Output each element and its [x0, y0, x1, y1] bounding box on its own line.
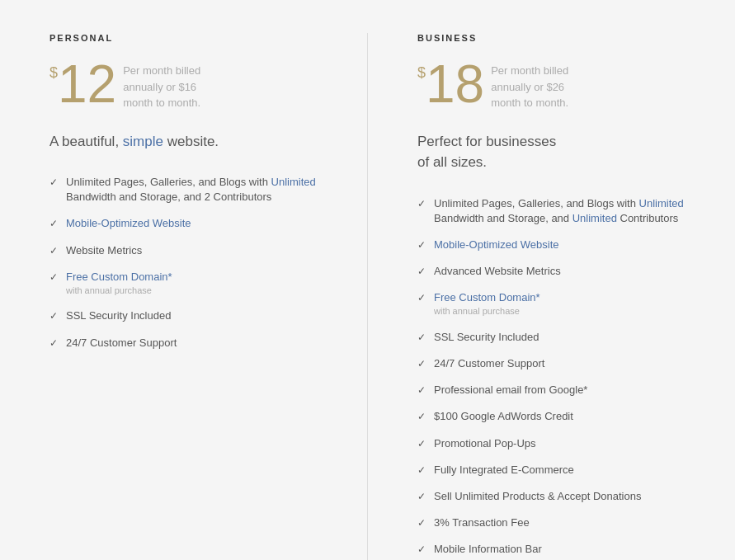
list-item: ✓ Website Metrics: [49, 243, 334, 258]
feature-sub-text: with annual purchase: [66, 285, 334, 297]
business-price-row: $ 18 Per month billed annually or $26 mo…: [417, 58, 702, 111]
personal-price-amount: 12: [58, 58, 116, 111]
list-item: ✓ Mobile Information Bar: [417, 542, 702, 557]
list-item: ✓ 24/7 Customer Support: [417, 356, 702, 371]
feature-text: Sell Unlimited Products & Accept Donatio…: [434, 489, 702, 504]
check-icon: ✓: [417, 357, 426, 371]
feature-text: SSL Security Included: [434, 330, 702, 345]
list-item: ✓ Mobile-Optimized Website: [417, 238, 702, 252]
feature-text: Unlimited Pages, Galleries, and Blogs wi…: [434, 196, 702, 226]
check-icon: ✓: [417, 543, 426, 557]
feature-text: Website Metrics: [66, 243, 334, 258]
business-price-symbol: $: [417, 64, 426, 82]
feature-text: 24/7 Customer Support: [434, 356, 702, 371]
check-icon: ✓: [417, 410, 426, 424]
list-item: ✓ Promotional Pop-Ups: [417, 436, 702, 451]
feature-text: Free Custom Domain* with annual purchase: [66, 270, 334, 298]
list-item: ✓ Fully Integrated E-Commerce: [417, 463, 702, 478]
business-tagline: Perfect for businessesof all sizes.: [417, 131, 702, 173]
feature-text: Mobile Information Bar: [434, 542, 702, 557]
feature-link[interactable]: Unlimited: [271, 176, 316, 188]
list-item: ✓ Unlimited Pages, Galleries, and Blogs …: [49, 175, 334, 205]
check-icon: ✓: [49, 271, 58, 285]
check-icon: ✓: [417, 265, 426, 279]
personal-features-list: ✓ Unlimited Pages, Galleries, and Blogs …: [49, 175, 334, 351]
feature-link[interactable]: Unlimited: [572, 212, 617, 224]
business-price-description: Per month billed annually or $26 month t…: [491, 63, 568, 111]
personal-tagline-link[interactable]: simple: [123, 134, 163, 149]
business-plan-name: BUSINESS: [417, 33, 702, 43]
check-icon: ✓: [49, 336, 58, 351]
check-icon: ✓: [417, 516, 426, 530]
list-item: ✓ $100 Google AdWords Credit: [417, 409, 702, 424]
business-price-amount: 18: [426, 58, 484, 111]
feature-text: 24/7 Customer Support: [66, 336, 334, 351]
feature-text: Mobile-Optimized Website: [434, 238, 702, 252]
check-icon: ✓: [417, 331, 426, 345]
feature-text: Mobile-Optimized Website: [66, 216, 334, 231]
feature-link[interactable]: Free Custom Domain*: [66, 271, 172, 283]
personal-price-description: Per month billed annually or $16 month t…: [123, 63, 200, 111]
check-icon: ✓: [417, 238, 426, 252]
list-item: ✓ Advanced Website Metrics: [417, 264, 702, 279]
feature-text: SSL Security Included: [66, 308, 334, 323]
business-plan: BUSINESS $ 18 Per month billed annually …: [368, 16, 735, 560]
feature-text: Professional email from Google*: [434, 383, 702, 398]
feature-text: Fully Integrated E-Commerce: [434, 463, 702, 478]
list-item: ✓ Professional email from Google*: [417, 383, 702, 398]
plans-container: PERSONAL $ 12 Per month billed annually …: [0, 0, 735, 560]
check-icon: ✓: [49, 309, 58, 323]
personal-tagline: A beautiful, simple website.: [49, 131, 334, 153]
check-icon: ✓: [49, 176, 58, 190]
check-icon: ✓: [417, 197, 426, 211]
check-icon: ✓: [417, 464, 426, 478]
feature-text: Unlimited Pages, Galleries, and Blogs wi…: [66, 175, 334, 205]
feature-sub-text: with annual purchase: [434, 305, 702, 318]
feature-text: Free Custom Domain* with annual purchase: [434, 290, 702, 318]
feature-link[interactable]: Mobile-Optimized Website: [66, 217, 191, 229]
list-item: ✓ SSL Security Included: [49, 308, 334, 323]
list-item: ✓ Unlimited Pages, Galleries, and Blogs …: [417, 196, 702, 226]
personal-plan: PERSONAL $ 12 Per month billed annually …: [0, 16, 367, 560]
check-icon: ✓: [417, 490, 426, 504]
feature-text: Advanced Website Metrics: [434, 264, 702, 279]
list-item: ✓ Sell Unlimited Products & Accept Donat…: [417, 489, 702, 504]
check-icon: ✓: [417, 437, 426, 451]
personal-plan-name: PERSONAL: [49, 33, 334, 43]
business-features-list: ✓ Unlimited Pages, Galleries, and Blogs …: [417, 196, 702, 558]
feature-link[interactable]: Mobile-Optimized Website: [434, 238, 558, 251]
check-icon: ✓: [49, 244, 58, 258]
feature-text: $100 Google AdWords Credit: [434, 409, 702, 424]
check-icon: ✓: [417, 384, 426, 398]
check-icon: ✓: [417, 291, 426, 305]
feature-text: Promotional Pop-Ups: [434, 436, 702, 451]
list-item: ✓ 24/7 Customer Support: [49, 336, 334, 351]
personal-price-symbol: $: [49, 64, 58, 82]
list-item: ✓ SSL Security Included: [417, 330, 702, 345]
feature-link[interactable]: Free Custom Domain*: [434, 291, 540, 304]
check-icon: ✓: [49, 217, 58, 231]
list-item: ✓ 3% Transaction Fee: [417, 515, 702, 530]
list-item: ✓ Free Custom Domain* with annual purcha…: [417, 290, 702, 318]
feature-link[interactable]: Unlimited: [639, 197, 684, 209]
list-item: ✓ Mobile-Optimized Website: [49, 216, 334, 231]
list-item: ✓ Free Custom Domain* with annual purcha…: [49, 270, 334, 298]
feature-text: 3% Transaction Fee: [434, 515, 702, 530]
personal-price-row: $ 12 Per month billed annually or $16 mo…: [49, 58, 334, 111]
